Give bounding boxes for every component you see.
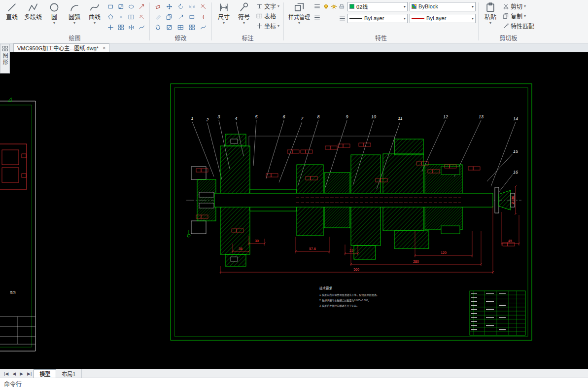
curve-tool-icon[interactable] (137, 22, 147, 33)
rotate-tool-icon[interactable] (175, 1, 186, 12)
linetype-manager-icon[interactable] (339, 15, 346, 22)
lineweight-combo[interactable]: ByLayer ▾ (410, 14, 476, 23)
panel-clipboard: 粘贴 ▾ 剪切 ▾ 复制 ▾ 特性匹配 剪切板 (479, 0, 538, 43)
dimension-icon (218, 1, 229, 14)
document-tab[interactable]: VMC950G加工中心主...图纸.dwg* × (13, 43, 109, 52)
stretch-tool-icon[interactable] (175, 12, 186, 22)
color-value: ByBlock (418, 3, 438, 9)
match-properties-button[interactable]: 特性匹配 (501, 21, 536, 31)
table-button[interactable]: 表格 (255, 11, 281, 21)
dropdown-arrow-icon[interactable]: ▾ (404, 4, 406, 9)
copy-button[interactable]: 复制 ▾ (501, 11, 536, 21)
symbol-button[interactable]: 符号 ▾ (235, 0, 253, 32)
arc-button[interactable]: 圆弧 ▾ (65, 0, 84, 32)
dropdown-arrow-icon[interactable]: ▾ (277, 24, 279, 28)
command-line[interactable]: 命令行 (0, 378, 588, 390)
mirror-tool-icon[interactable] (186, 1, 198, 12)
circle-button[interactable]: 圆 ▾ (45, 0, 64, 32)
polyline-button[interactable]: 多段线 (23, 0, 43, 32)
mirror-tool-icon[interactable] (126, 22, 137, 33)
ellipse-tool-icon[interactable] (126, 1, 137, 12)
dropdown-arrow-icon[interactable]: ▾ (223, 21, 225, 25)
copy-tool-icon[interactable] (164, 12, 175, 22)
panel-label-properties[interactable]: 特性 (286, 35, 476, 43)
polygon-tool-icon[interactable] (105, 12, 116, 22)
erase-tool-icon[interactable] (152, 1, 164, 12)
dropdown-arrow-icon[interactable]: ▾ (524, 4, 526, 8)
side-palette-tab[interactable]: 图形 (0, 44, 10, 73)
svg-text:2. 轴承内圈与主轴配合过盈量为0.005~0.008。: 2. 轴承内圈与主轴配合过盈量为0.005~0.008。 (319, 299, 371, 302)
color-combo[interactable]: ByBlock ▾ (410, 2, 476, 11)
region-tool-icon[interactable] (126, 12, 137, 22)
dropdown-arrow-icon[interactable]: ▾ (298, 21, 300, 25)
array-edit-tool-icon[interactable] (175, 22, 186, 33)
layer-value: 02线 (356, 2, 368, 10)
panel-label-annotate[interactable]: 标注 (214, 35, 281, 43)
break-point-tool-icon[interactable] (198, 12, 209, 22)
panel-label-modify[interactable]: 修改 (152, 35, 209, 43)
break-tool-icon[interactable] (137, 12, 147, 22)
tab-close-icon[interactable]: × (103, 45, 105, 51)
explode-tool-icon[interactable] (164, 22, 175, 33)
spline-button[interactable]: 曲线 ▾ (85, 0, 104, 32)
dropdown-arrow-icon[interactable]: ▾ (277, 4, 279, 8)
dropdown-arrow-icon[interactable]: ▾ (73, 21, 75, 25)
last-sheet-button[interactable]: ▶| (25, 369, 34, 378)
dropdown-arrow-icon[interactable]: ▾ (243, 21, 245, 25)
line-button[interactable]: 直线 (2, 0, 21, 32)
trim-tool-icon[interactable] (198, 1, 209, 12)
layer-list-icon[interactable] (314, 3, 320, 9)
move-tool-icon[interactable] (164, 1, 175, 12)
next-sheet-button[interactable]: ▶ (18, 369, 25, 378)
dropdown-arrow-icon[interactable]: ▾ (94, 21, 96, 25)
text-button[interactable]: 文字 ▾ (255, 1, 281, 11)
drawing-canvas[interactable]: 角为 (0, 52, 588, 369)
offset-tool-icon[interactable] (152, 12, 164, 22)
sheet-tabbar: |◀ ◀ ▶ ▶| 模型 布局1 (0, 369, 588, 378)
prev-sheet-button[interactable]: ◀ (10, 369, 18, 378)
scale-tool-icon[interactable] (186, 12, 198, 22)
svg-text:6: 6 (282, 114, 285, 119)
svg-text:280: 280 (413, 260, 419, 263)
paste-button[interactable]: 粘贴 ▾ (481, 0, 500, 32)
linetype-list-icon[interactable] (314, 14, 320, 21)
point-tool-icon[interactable] (116, 12, 126, 22)
svg-text:8: 8 (317, 114, 319, 119)
array-tool-icon[interactable] (116, 22, 126, 33)
model-tab[interactable]: 模型 (34, 369, 56, 378)
match-properties-label: 特性匹配 (511, 22, 534, 30)
dropdown-arrow-icon[interactable]: ▾ (489, 21, 491, 25)
layer-freeze-icon[interactable] (330, 3, 338, 10)
lineweight-value: ByLayer (426, 15, 446, 21)
layer-color-swatch (349, 4, 354, 9)
dropdown-arrow-icon[interactable]: ▾ (472, 4, 474, 9)
dimension-button[interactable]: 尺寸 ▾ (214, 0, 233, 32)
layer-plot-icon[interactable] (338, 3, 346, 10)
layer-on-icon[interactable] (322, 3, 330, 10)
coordinate-button[interactable]: 坐标 ▾ (255, 21, 281, 31)
cut-button[interactable]: 剪切 ▾ (501, 1, 536, 11)
layout1-tab[interactable]: 布局1 (56, 369, 81, 378)
panel-label-draw[interactable]: 绘图 (2, 35, 147, 43)
first-sheet-button[interactable]: |◀ (2, 369, 10, 378)
edit-curve-tool-icon[interactable] (198, 22, 209, 33)
cad-drawing[interactable]: 角为 (0, 52, 588, 369)
panel-label-clipboard[interactable]: 剪切板 (481, 35, 536, 43)
document-tab-title: VMC950G加工中心主...图纸.dwg* (17, 44, 99, 52)
text-label: 文字 (264, 2, 276, 10)
dropdown-arrow-icon[interactable]: ▾ (53, 21, 55, 25)
dropdown-arrow-icon[interactable]: ▾ (524, 14, 526, 18)
arc-icon (69, 1, 80, 14)
rectangle-tool-icon[interactable] (105, 1, 116, 12)
dropdown-arrow-icon[interactable]: ▾ (472, 16, 474, 21)
table-icon (256, 13, 263, 19)
style-manager-button[interactable]: 样式管理 ▾ (286, 0, 312, 32)
align-tool-icon[interactable] (186, 22, 198, 33)
dropdown-arrow-icon[interactable]: ▾ (404, 16, 406, 21)
axis-tool-icon[interactable] (105, 22, 116, 33)
leader-tool-icon[interactable] (137, 1, 147, 12)
layer-combo[interactable]: 02线 ▾ (347, 2, 408, 11)
linetype-combo[interactable]: ByLayer ▾ (347, 14, 408, 23)
fillet-tool-icon[interactable] (152, 22, 164, 33)
hatch-tool-icon[interactable] (116, 1, 126, 12)
